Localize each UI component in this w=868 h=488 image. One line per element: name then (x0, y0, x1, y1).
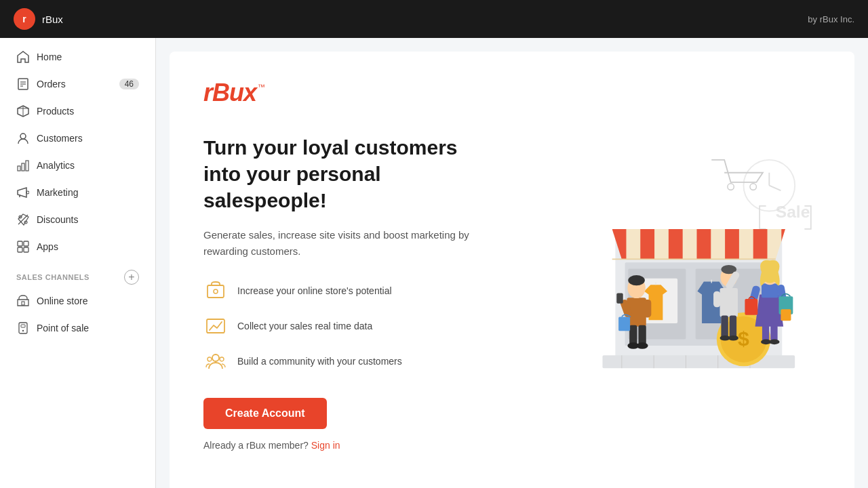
discounts-icon (16, 213, 30, 226)
svg-point-10 (26, 191, 29, 194)
orders-badge: 46 (119, 79, 139, 89)
svg-rect-47 (753, 229, 768, 261)
svg-rect-83 (745, 299, 757, 315)
svg-rect-16 (18, 247, 22, 252)
customers-icon (16, 131, 30, 145)
svg-rect-64 (644, 300, 651, 317)
card-left: Turn your loyal customers into your pers… (203, 134, 498, 451)
store-icon (16, 294, 30, 308)
rbux-logo: rBux™ (203, 79, 821, 107)
svg-rect-85 (781, 309, 791, 321)
sign-in-link[interactable]: Sign in (311, 440, 340, 451)
svg-rect-24 (207, 319, 224, 333)
svg-rect-65 (629, 325, 637, 344)
svg-point-33 (750, 184, 756, 190)
svg-point-89 (769, 340, 779, 345)
svg-point-21 (22, 330, 24, 331)
svg-rect-45 (696, 229, 711, 261)
sidebar: Home Orders 46 (0, 38, 156, 488)
feature-icon-1 (203, 279, 228, 303)
brand: r rBux (14, 8, 63, 30)
svg-rect-15 (24, 241, 28, 246)
content-area: rBux™ Turn your loyal customers into you… (156, 38, 868, 488)
svg-text:Sale: Sale (776, 203, 810, 221)
svg-rect-76 (730, 316, 736, 338)
top-bar: r rBux by rBux Inc. (0, 0, 868, 38)
svg-rect-19 (19, 323, 27, 333)
svg-rect-7 (18, 166, 20, 171)
products-icon (16, 104, 30, 118)
svg-point-32 (728, 184, 734, 190)
main-layout: Home Orders 46 (0, 38, 868, 488)
sidebar-item-point-of-sale[interactable]: Point of sale (5, 315, 150, 341)
svg-rect-79 (762, 283, 778, 298)
features-list: Increase your online store's potential (203, 279, 498, 373)
sidebar-item-orders[interactable]: Orders 46 (5, 71, 150, 97)
sidebar-item-discounts[interactable]: Discounts (5, 207, 150, 232)
illustration-svg: Sale (526, 134, 821, 378)
sidebar-item-analytics[interactable]: Analytics (5, 152, 150, 178)
svg-point-27 (208, 357, 212, 361)
create-account-button[interactable]: Create Account (203, 398, 327, 429)
svg-point-68 (637, 342, 648, 348)
svg-rect-48 (781, 229, 795, 261)
brand-name: rBux (42, 14, 63, 25)
rbux-card: rBux™ Turn your loyal customers into you… (170, 52, 854, 488)
svg-rect-66 (638, 325, 646, 344)
svg-point-28 (220, 357, 224, 361)
feature-item-2: Collect your sales real time data (203, 314, 498, 338)
marketing-icon (16, 186, 30, 199)
svg-rect-86 (762, 325, 769, 342)
pos-icon (16, 321, 30, 335)
svg-rect-20 (21, 325, 25, 327)
svg-rect-87 (770, 325, 777, 342)
card-content: Turn your loyal customers into your pers… (203, 134, 821, 451)
sidebar-item-products[interactable]: Products (5, 98, 150, 124)
feature-icon-2 (203, 314, 228, 338)
headline: Turn your loyal customers into your pers… (203, 134, 498, 214)
feature-text-1: Increase your online store's potential (237, 285, 392, 296)
already-member-text: Already a rBux member? Sign in (203, 440, 498, 451)
svg-point-26 (212, 354, 219, 361)
svg-line-31 (769, 186, 781, 191)
svg-point-61 (628, 275, 645, 285)
svg-rect-70 (720, 288, 738, 317)
svg-rect-44 (669, 229, 683, 261)
svg-point-6 (20, 134, 26, 139)
analytics-icon (16, 159, 30, 172)
svg-rect-43 (640, 229, 654, 261)
feature-item-3: Build a community with your customers (203, 349, 498, 373)
sidebar-item-online-store[interactable]: Online store (5, 288, 150, 314)
sidebar-item-apps[interactable]: Apps (5, 234, 150, 260)
brand-avatar: r (14, 8, 35, 30)
svg-rect-75 (721, 316, 728, 338)
feature-item-1: Increase your online store's potential (203, 279, 498, 303)
svg-rect-22 (208, 285, 224, 298)
feature-text-3: Build a community with your customers (237, 356, 402, 367)
subheadline: Generate sales, increase site visits and… (203, 227, 498, 260)
sidebar-item-home[interactable]: Home (5, 44, 150, 70)
svg-rect-9 (26, 161, 28, 171)
svg-rect-69 (618, 317, 630, 331)
apps-icon (16, 240, 30, 253)
svg-rect-74 (713, 291, 720, 308)
feature-icon-3 (203, 349, 228, 373)
svg-point-23 (214, 289, 218, 293)
svg-rect-63 (616, 293, 623, 304)
svg-rect-46 (725, 229, 739, 261)
svg-text:$: $ (738, 327, 749, 350)
svg-rect-50 (602, 355, 795, 368)
svg-rect-8 (22, 163, 24, 171)
home-icon (16, 50, 30, 64)
feature-text-2: Collect your sales real time data (237, 321, 372, 331)
top-bar-byline: by rBux Inc. (808, 14, 854, 24)
svg-rect-14 (18, 241, 22, 246)
card-illustration: Sale (526, 134, 821, 392)
sidebar-item-marketing[interactable]: Marketing (5, 180, 150, 205)
sales-channels-section: SALES CHANNELS + (5, 260, 150, 287)
svg-rect-18 (22, 302, 24, 305)
sidebar-item-customers[interactable]: Customers (5, 125, 150, 151)
svg-point-78 (728, 336, 738, 341)
add-channel-button[interactable]: + (124, 270, 139, 285)
orders-icon (16, 77, 30, 91)
